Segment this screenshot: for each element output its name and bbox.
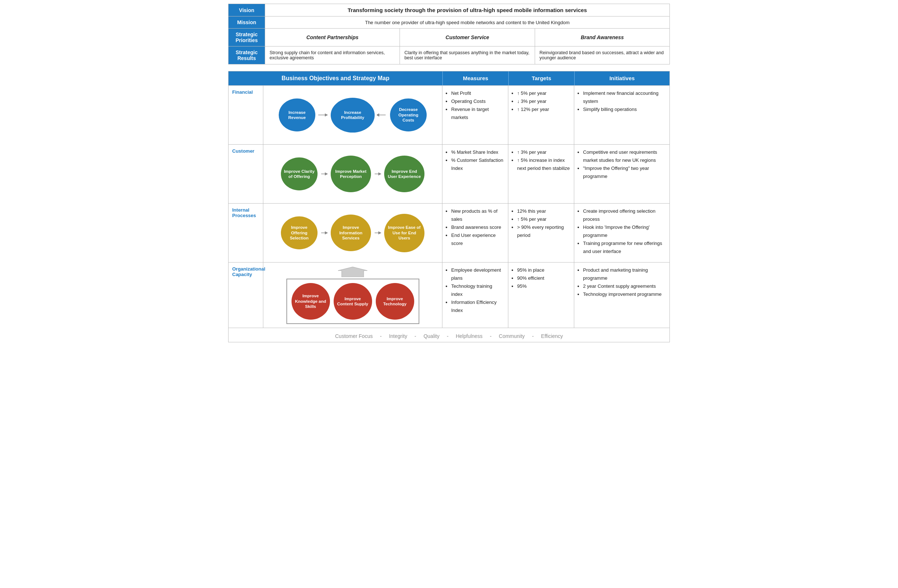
node-end-user-exp: Improve End User Experience (384, 156, 424, 192)
top-table: Vision Transforming society through the … (228, 4, 670, 64)
financial-measure-0: Net Profit (451, 89, 504, 97)
financial-row: Financial Increase Revenue (229, 85, 669, 144)
col-initiatives: Initiatives (574, 71, 669, 85)
col-targets: Targets (508, 71, 574, 85)
internal-initiatives: Create improved offering selection proce… (574, 204, 669, 262)
customer-measures: % Market Share Index % Customer Satisfac… (443, 144, 508, 203)
page: Vision Transforming society through the … (224, 0, 674, 346)
value-5: Efficiency (541, 333, 563, 339)
strategy-section: Business Objectives and Strategy Map Mea… (228, 71, 670, 342)
result-3: Reinvigorated brand based on successes, … (535, 46, 670, 64)
vision-text: Transforming society through the provisi… (265, 4, 670, 17)
customer-diagram: Improve Clarity of Offering Improve Mark… (263, 144, 443, 203)
customer-target-1: ↑ 5% increase in index next period then … (517, 157, 570, 172)
org-label: Organizational Capacity (229, 263, 263, 328)
financial-target-1: ↓ 3% per year (517, 97, 570, 106)
customer-measure-0: % Market Share Index (451, 148, 504, 157)
strategy-header: Business Objectives and Strategy Map Mea… (229, 71, 669, 85)
org-measure-0: Employee development plans (451, 266, 504, 282)
org-target-2: 95% (517, 282, 570, 290)
customer-initiative-0: Competitive end user requirements market… (583, 148, 666, 164)
financial-nodes: Increase Revenue Increase Profitability (279, 98, 427, 132)
sep-4: - (532, 333, 534, 339)
financial-target-0: ↑ 5% per year (517, 89, 570, 97)
internal-target-0: 12% this year (517, 207, 570, 215)
org-initiative-2: Technology improvement programme (583, 290, 666, 298)
value-4: Community (499, 333, 525, 339)
customer-target-0: ↑ 3% per year (517, 148, 570, 157)
org-initiatives: Product and marketing training programme… (574, 263, 669, 328)
internal-label: Internal Processes (229, 204, 263, 262)
financial-targets: ↑ 5% per year ↓ 3% per year ↑ 12% per ye… (508, 86, 574, 144)
arrow-cust1 (320, 171, 328, 177)
financial-label: Financial (229, 86, 263, 144)
value-0: Customer Focus (335, 333, 373, 339)
value-1: Integrity (389, 333, 407, 339)
svg-marker-6 (338, 267, 368, 277)
financial-measure-2: Revenue in target markets (451, 106, 504, 121)
internal-target-2: > 90% every reporting period (517, 223, 570, 239)
priorities-label: Strategic Priorities (229, 29, 265, 46)
node-technology: Improve Technology (376, 283, 414, 319)
internal-diagram: Improve Offering Selection Improve Infor… (263, 204, 443, 262)
org-measure-1: Technology training index (451, 282, 504, 298)
node-increase-revenue: Increase Revenue (279, 98, 315, 131)
org-diagram: Improve Knowledge and Skills Improve Con… (263, 263, 443, 328)
financial-initiative-1: Simplify billing operations (583, 106, 666, 114)
org-row: Organizational Capacity Improve Knowledg… (229, 262, 669, 328)
org-measure-2: Information Efficiency Index (451, 298, 504, 315)
col-measures: Measures (443, 71, 508, 85)
internal-measure-0: New products as % of sales (451, 207, 504, 223)
customer-row: Customer Improve Clarity of Offering Imp… (229, 144, 669, 203)
org-nodes-box: Improve Knowledge and Skills Improve Con… (286, 279, 419, 324)
internal-measures: New products as % of sales Brand awarene… (443, 204, 508, 262)
customer-targets: ↑ 3% per year ↑ 5% increase in index nex… (508, 144, 574, 203)
org-measures: Employee development plans Technology tr… (443, 263, 508, 328)
arrow-costs-to-prof (377, 111, 388, 119)
node-increase-profitability: Increase Profitability (331, 98, 375, 132)
sep-2: - (447, 333, 449, 339)
internal-initiative-0: Create improved offering selection proce… (583, 207, 666, 223)
node-decrease-costs: Decrease Operating Costs (390, 98, 427, 131)
mission-text: The number one provider of ultra-high sp… (265, 17, 670, 29)
internal-target-1: ↑ 5% per year (517, 215, 570, 223)
customer-label: Customer (229, 144, 263, 203)
arrow-cust2 (374, 171, 381, 177)
strategy-title: Business Objectives and Strategy Map (229, 71, 443, 85)
financial-measures: Net Profit Operating Costs Revenue in ta… (443, 86, 508, 144)
node-ease-of-use: Improve Ease of Use for End Users (384, 214, 424, 252)
internal-measure-1: Brand awareness score (451, 223, 504, 232)
financial-diagram: Increase Revenue Increase Profitability (263, 86, 443, 144)
sep-1: - (415, 333, 417, 339)
internal-targets: 12% this year ↑ 5% per year > 90% every … (508, 204, 574, 262)
arrow-rev-to-prof (318, 111, 329, 119)
arrow-int1 (320, 230, 328, 236)
priority-3: Brand Awareness (535, 29, 670, 46)
node-clarity-offering: Improve Clarity of Offering (281, 157, 318, 190)
vision-label: Vision (229, 4, 265, 17)
node-content-supply: Improve Content Supply (334, 283, 372, 319)
financial-target-2: ↑ 12% per year (517, 106, 570, 114)
org-targets: 95% in place 90% efficient 95% (508, 263, 574, 328)
sep-3: - (490, 333, 492, 339)
customer-measure-1: % Customer Satisfaction Index (451, 157, 504, 172)
node-offering-selection: Improve Offering Selection (281, 216, 318, 249)
org-up-arrow (331, 266, 375, 277)
internal-measure-2: End User experience score (451, 232, 504, 247)
org-target-1: 90% efficient (517, 274, 570, 282)
financial-measure-1: Operating Costs (451, 97, 504, 106)
value-3: Helpfulness (455, 333, 482, 339)
customer-initiatives: Competitive end user requirements market… (574, 144, 669, 203)
org-initiative-1: 2 year Content supply agreements (583, 282, 666, 290)
node-info-services: Improve Information Services (331, 215, 371, 251)
arrow-int2 (374, 230, 381, 236)
org-initiative-0: Product and marketing training programme (583, 266, 666, 282)
priority-2: Customer Service (400, 29, 535, 46)
result-2: Clarity in offering that surpasses anyth… (400, 46, 535, 64)
node-market-perception: Improve Market Perception (331, 156, 371, 192)
financial-initiatives: Implement new financial accounting syste… (574, 86, 669, 144)
internal-row: Internal Processes Improve Offering Sele… (229, 203, 669, 262)
mission-label: Mission (229, 17, 265, 29)
financial-initiative-0: Implement new financial accounting syste… (583, 89, 666, 106)
internal-initiative-1: Hook into 'Improve the Offering' program… (583, 223, 666, 239)
